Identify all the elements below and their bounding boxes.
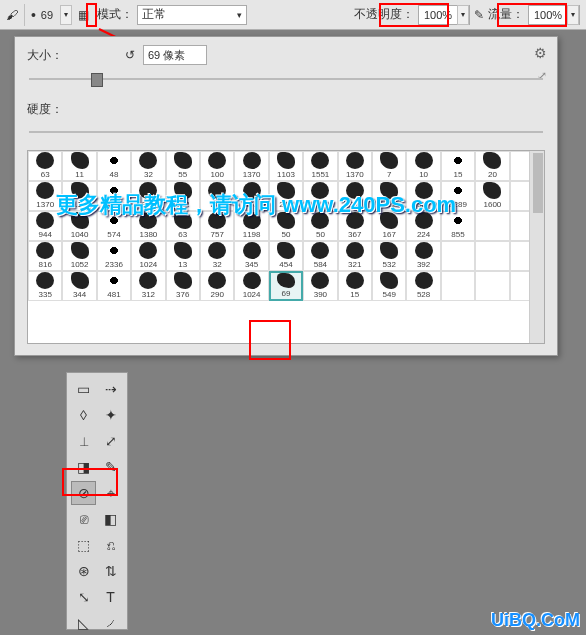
brush-thumbnail[interactable]: 376 (166, 271, 200, 301)
size-slider[interactable] (29, 71, 543, 87)
brush-thumbnail[interactable]: 15 (441, 151, 475, 181)
brush-size-label: 7 (387, 170, 391, 179)
brush-thumbnail[interactable]: 11 (62, 151, 96, 181)
brush-size-label: 100 (211, 170, 224, 179)
brush-thumbnail[interactable]: 290 (200, 271, 234, 301)
brush-shape-icon (36, 182, 54, 199)
brush-thumbnail[interactable]: 10 (406, 151, 440, 181)
gear-icon[interactable]: ⚙ (534, 45, 547, 61)
brush-shape-icon (415, 152, 433, 169)
reset-size-icon[interactable]: ↺ (125, 48, 135, 62)
brush-thumbnail[interactable]: 32 (200, 241, 234, 271)
brush-size-label: 816 (39, 260, 52, 269)
brush-thumbnail[interactable]: 69 (269, 271, 303, 301)
brush-size-label: 344 (73, 290, 86, 299)
tool-button[interactable]: ⬚ (71, 533, 96, 557)
brush-thumbnail[interactable]: 481 (97, 271, 131, 301)
tool-button[interactable]: ⤢ (98, 429, 123, 453)
brush-thumbnail[interactable]: 100 (200, 151, 234, 181)
brush-thumbnail[interactable]: 454 (269, 241, 303, 271)
brush-shape-icon (415, 272, 433, 289)
size-input[interactable]: 69 像素 (143, 45, 207, 65)
tool-button[interactable]: ⊛ (71, 559, 96, 583)
brush-thumbnail[interactable]: 390 (303, 271, 337, 301)
brush-thumbnail[interactable]: 1024 (131, 241, 165, 271)
tool-button[interactable]: T (98, 585, 123, 609)
brush-thumbnail[interactable]: 13 (166, 241, 200, 271)
brush-thumbnail[interactable]: 48 (97, 151, 131, 181)
brush-thumbnail[interactable]: 549 (372, 271, 406, 301)
brush-thumbnail[interactable] (475, 211, 509, 241)
brush-thumbnail[interactable]: 528 (406, 271, 440, 301)
scrollbar[interactable] (529, 151, 544, 343)
mode-select[interactable]: 正常 ▾ (137, 5, 247, 25)
brush-thumbnail[interactable] (441, 271, 475, 301)
brush-thumbnail[interactable]: 335 (28, 271, 62, 301)
opacity-dropdown[interactable]: ▾ (457, 5, 469, 25)
tool-button[interactable]: ◊ (71, 403, 96, 427)
tool-button[interactable]: ⟋ (98, 611, 123, 635)
tool-button[interactable]: ▭ (71, 377, 96, 401)
brush-thumbnail[interactable]: 1600 (475, 181, 509, 211)
brush-size-label: 855 (451, 230, 464, 239)
brush-shape-icon (415, 242, 433, 259)
brush-thumbnail[interactable]: 1551 (303, 151, 337, 181)
tool-button[interactable]: ✦ (98, 403, 123, 427)
flow-dropdown[interactable]: ▾ (567, 5, 579, 25)
slider-thumb[interactable] (91, 73, 103, 87)
brush-thumbnail[interactable]: 1024 (234, 271, 268, 301)
brush-thumbnail[interactable]: 1370 (234, 151, 268, 181)
brush-thumbnail[interactable]: 55 (166, 151, 200, 181)
tool-preset-icon[interactable]: 🖌 (6, 8, 18, 22)
brush-shape-icon (71, 152, 89, 169)
separator (24, 4, 25, 26)
brush-size-dropdown[interactable]: ▾ (60, 5, 72, 25)
size-row: 大小： ↺ 69 像素 (15, 37, 557, 65)
brush-thumbnail[interactable]: 1103 (269, 151, 303, 181)
scrollbar-thumb[interactable] (533, 153, 543, 213)
brush-thumbnail[interactable]: 20 (475, 151, 509, 181)
brush-shape-icon (208, 272, 226, 289)
brush-size-group: 69 ▾ (36, 5, 72, 25)
brush-size-value[interactable]: 69 (36, 9, 58, 21)
brush-thumbnail[interactable]: 7 (372, 151, 406, 181)
brush-thumbnail[interactable] (441, 241, 475, 271)
brush-thumbnail[interactable]: 1052 (62, 241, 96, 271)
tool-button[interactable]: ⇅ (98, 559, 123, 583)
tools-panel: ▭⇢◊✦⟂⤢◨✎⊘⌖⎚◧⬚⎌⊛⇅⤡T◺⟋ (66, 372, 128, 630)
brush-thumbnail[interactable] (475, 271, 509, 301)
brush-thumbnail[interactable] (475, 241, 509, 271)
brush-size-label: 50 (282, 230, 291, 239)
brush-size-label: 20 (488, 170, 497, 179)
tool-button[interactable]: ◺ (71, 611, 96, 635)
brush-shape-icon (380, 272, 398, 289)
brush-thumbnail[interactable]: 345 (234, 241, 268, 271)
hardness-slider[interactable] (29, 124, 543, 140)
brush-size-label: 312 (142, 290, 155, 299)
brush-shape-icon (36, 242, 54, 259)
pressure-opacity-icon[interactable]: ✎ (474, 8, 484, 22)
brush-thumbnail[interactable]: 392 (406, 241, 440, 271)
tool-button[interactable]: ⎚ (71, 507, 96, 531)
brush-thumbnail[interactable]: 1370 (338, 151, 372, 181)
brush-thumbnail[interactable]: 312 (131, 271, 165, 301)
tool-button[interactable]: ⎌ (98, 533, 123, 557)
brush-shape-icon (36, 212, 54, 229)
tool-button[interactable]: ⤡ (71, 585, 96, 609)
brush-thumbnail[interactable]: 816 (28, 241, 62, 271)
brush-thumbnail[interactable]: 63 (28, 151, 62, 181)
tool-button[interactable]: ⟂ (71, 429, 96, 453)
brush-size-label: 321 (348, 260, 361, 269)
brush-thumbnail[interactable]: 344 (62, 271, 96, 301)
brush-thumbnail[interactable]: 532 (372, 241, 406, 271)
highlight-opacity (379, 3, 449, 27)
brush-thumbnail[interactable]: 321 (338, 241, 372, 271)
brush-thumbnail[interactable]: 15 (338, 271, 372, 301)
brush-size-label: 10 (419, 170, 428, 179)
brush-thumbnail[interactable]: 584 (303, 241, 337, 271)
brush-thumbnail[interactable]: 32 (131, 151, 165, 181)
tool-button[interactable]: ◧ (98, 507, 123, 531)
tool-button[interactable]: ⇢ (98, 377, 123, 401)
brush-thumbnail[interactable]: 2336 (97, 241, 131, 271)
brush-size-label: 532 (383, 260, 396, 269)
